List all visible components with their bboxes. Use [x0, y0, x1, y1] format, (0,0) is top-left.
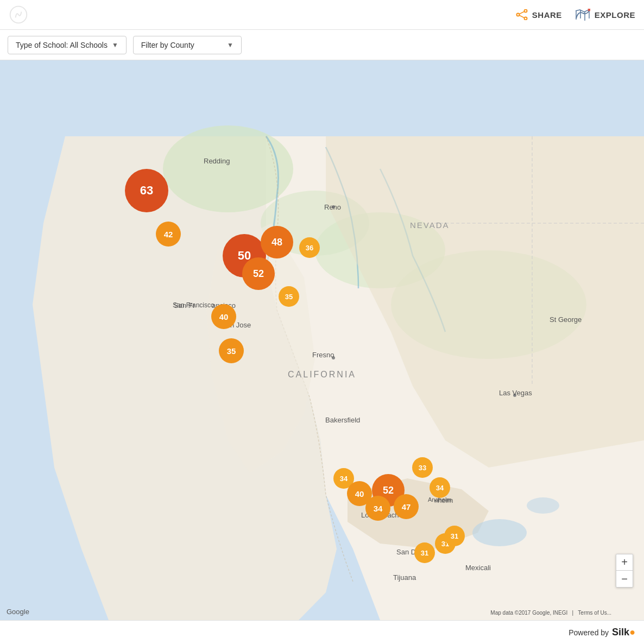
header-right: SHARE EXPLORE — [516, 9, 635, 21]
svg-point-15 — [163, 125, 293, 212]
header-left — [9, 5, 28, 24]
county-filter-label: Filter by County — [141, 41, 194, 49]
google-text: Google — [7, 608, 29, 616]
cluster-bubble[interactable]: 63 — [125, 169, 168, 212]
svg-point-27 — [513, 394, 516, 397]
explore-button[interactable]: EXPLORE — [575, 9, 635, 21]
share-label: SHARE — [532, 10, 562, 20]
silk-brand: Silk● — [612, 627, 635, 638]
svg-point-3 — [516, 14, 519, 16]
cluster-bubble[interactable]: 47 — [394, 494, 419, 519]
school-type-dropdown[interactable]: Type of School: All Schools ▼ — [8, 36, 127, 54]
cluster-bubble[interactable]: 34 — [430, 477, 450, 498]
svg-point-1 — [524, 10, 527, 12]
map-data-text: Map data ©2017 Google, INEGI | Terms of … — [490, 610, 611, 616]
chevron-down-icon: ▼ — [227, 41, 233, 49]
cluster-bubble[interactable]: 42 — [156, 222, 181, 247]
cluster-bubble[interactable]: 48 — [261, 226, 293, 258]
toolbar: Type of School: All Schools ▼ Filter by … — [0, 30, 644, 60]
google-attribution: Google — [7, 608, 29, 616]
powered-by-text: Powered by — [569, 628, 609, 637]
header: SHARE EXPLORE — [0, 0, 644, 30]
svg-line-5 — [519, 15, 525, 18]
cluster-bubble[interactable]: 36 — [299, 237, 320, 258]
explore-label: EXPLORE — [595, 10, 635, 20]
svg-point-28 — [332, 205, 335, 209]
cluster-bubble[interactable]: 31 — [444, 526, 465, 546]
svg-point-2 — [524, 17, 527, 20]
cluster-bubble[interactable]: 35 — [279, 286, 299, 307]
chevron-down-icon: ▼ — [112, 41, 118, 49]
silk-text: Silk — [612, 627, 629, 637]
map-container[interactable]: Redding Reno NEVADA San Francisco ancisc… — [0, 60, 644, 620]
cluster-bubble[interactable]: 33 — [412, 457, 433, 478]
cluster-bubble[interactable]: 31 — [414, 542, 435, 563]
cluster-bubble[interactable]: 35 — [219, 338, 244, 363]
map-data-attribution: Map data ©2017 Google, INEGI | Terms of … — [490, 610, 611, 616]
map-background: Redding Reno NEVADA San Francisco ancisc… — [0, 60, 644, 620]
zoom-controls: + − — [616, 554, 633, 588]
footer: Powered by Silk● — [0, 620, 644, 644]
svg-point-26 — [332, 356, 335, 359]
svg-point-23 — [527, 497, 559, 514]
logo-icon — [9, 5, 28, 24]
silk-icon: ● — [629, 627, 635, 637]
cluster-bubble[interactable]: 52 — [242, 257, 275, 290]
school-type-label: Type of School: All Schools — [16, 41, 108, 49]
zoom-out-button[interactable]: − — [616, 571, 633, 587]
share-button[interactable]: SHARE — [516, 9, 562, 20]
cluster-bubble[interactable]: 40 — [211, 304, 236, 329]
svg-point-22 — [472, 519, 527, 546]
svg-line-4 — [519, 11, 525, 14]
county-filter-dropdown[interactable]: Filter by County ▼ — [133, 36, 242, 54]
zoom-in-button[interactable]: + — [616, 554, 633, 571]
cluster-bubble[interactable]: 34 — [365, 496, 390, 521]
